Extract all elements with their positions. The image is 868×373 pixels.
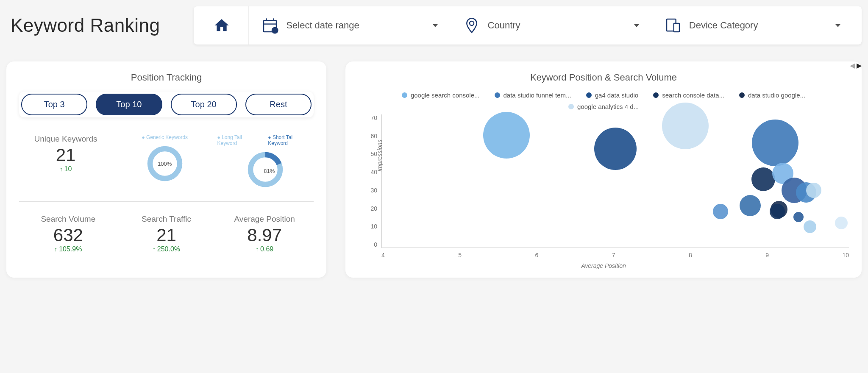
svg-point-4 [272,28,278,33]
bubble[interactable] [594,128,637,170]
calendar-icon [262,17,278,34]
location-icon [463,17,480,34]
tab-rest[interactable]: Rest [245,94,312,115]
tail-keywords-donut: Long Tail Keyword Short Tail Keyword 81% [217,134,314,189]
svg-rect-7 [673,23,679,32]
search-volume-stat: Search Volume 632 105.9% [19,214,117,253]
chevron-down-icon [433,24,438,27]
y-axis: 706050403020100 [358,114,377,248]
chart-legend: google search console...data studio funn… [358,92,849,110]
country-dropdown[interactable]: Country [451,17,652,34]
home-button[interactable] [202,6,249,45]
toolbar: Select date range Country Device Categor… [194,6,862,45]
generic-keywords-donut: Generic Keywords 100% [117,134,213,183]
avg-position-stat: Average Position 8.97 0.69 [215,214,314,253]
bubble[interactable] [751,167,775,191]
tab-top20[interactable]: Top 20 [171,94,237,115]
position-tracking-card: Position Tracking Top 3 Top 10 Top 20 Re… [6,61,326,278]
x-axis: 45678910 [381,252,849,259]
plot: Impressions [381,114,849,248]
svg-point-5 [470,21,474,25]
position-tracking-title: Position Tracking [19,72,314,83]
chart-area: 706050403020100 Impressions 45678910 Ave… [358,114,849,267]
date-range-label: Select date range [286,20,359,31]
prev-icon[interactable]: ◀ [850,61,855,70]
bubble[interactable] [804,220,816,233]
bubble[interactable] [752,120,798,166]
bubble[interactable] [662,103,709,149]
tabs: Top 3 Top 10 Top 20 Rest [19,92,314,117]
bubble[interactable] [770,204,785,219]
next-icon[interactable]: ▶ [857,61,862,70]
search-traffic-stat: Search Traffic 21 250.0% [117,214,216,253]
tab-top10[interactable]: Top 10 [96,94,162,115]
unique-keywords-stat: Unique Keywords 21 10 [19,134,112,173]
date-range-dropdown[interactable]: Select date range [249,17,450,34]
country-label: Country [488,20,520,31]
bubble[interactable] [740,195,761,216]
devices-icon [665,17,682,34]
chart-pager[interactable]: ◀▶ [850,61,862,70]
device-dropdown[interactable]: Device Category [652,17,853,34]
bubble[interactable] [793,212,804,222]
bubble-chart-card: Keyword Position & Search Volume ◀▶ goog… [345,61,862,278]
chevron-down-icon [835,24,840,27]
tab-top3[interactable]: Top 3 [21,94,87,115]
chevron-down-icon [634,24,639,27]
device-label: Device Category [689,20,758,31]
bubble[interactable] [835,217,848,229]
bubble-chart-title: Keyword Position & Search Volume [358,72,849,83]
bubble[interactable] [483,112,530,159]
page-title: Keyword Ranking [6,15,160,36]
home-icon [213,17,230,34]
bubble[interactable] [713,204,728,219]
bubble[interactable] [806,183,821,198]
